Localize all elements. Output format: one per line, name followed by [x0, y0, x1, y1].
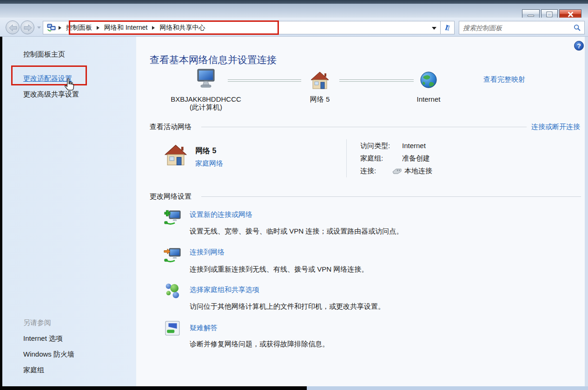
window-top-edge — [0, 0, 588, 4]
main-panel: ? 查看基本网络信息并设置连接 BXBJAKK8HDDHCCC (此计算机) 网… — [136, 37, 585, 386]
annotation-adapter-settings-highlight — [11, 65, 87, 85]
window-titlebar[interactable] — [0, 4, 588, 18]
this-computer-icon[interactable] — [195, 69, 217, 89]
desktop-edge-bottom — [0, 386, 307, 390]
sidebar-item-homegroup[interactable]: 家庭组 — [23, 366, 44, 375]
network-house-icon[interactable] — [310, 71, 330, 90]
forward-arrow-icon — [23, 24, 33, 32]
connect-to-network-icon[interactable] — [163, 245, 182, 264]
network-location-icon — [47, 24, 56, 32]
internet-map-label: Internet — [382, 95, 475, 103]
troubleshoot-icon[interactable] — [165, 321, 180, 336]
desktop-edge-left — [0, 37, 2, 390]
window-frame-bottom — [307, 386, 588, 390]
sidebar-item-control-panel-home[interactable]: 控制面板主页 — [23, 50, 65, 59]
sidebar-item-windows-firewall[interactable]: Windows 防火墙 — [23, 350, 74, 359]
back-button[interactable] — [6, 20, 20, 34]
network-map-label: 网络 5 — [273, 95, 366, 104]
detail-label-connections: 连接: — [360, 167, 376, 176]
ethernet-connection-icon — [392, 168, 402, 174]
connect-to-network-desc: 连接到或重新连接到无线、有线、拨号或 VPN 网络连接。 — [190, 265, 368, 274]
forward-button[interactable] — [20, 20, 34, 34]
homegroup-sharing-icon[interactable] — [164, 282, 182, 299]
close-icon — [567, 11, 574, 18]
annotation-breadcrumb-highlight — [69, 20, 279, 35]
hand-cursor-icon — [63, 78, 75, 92]
search-box[interactable] — [459, 21, 585, 34]
see-also-header: 另请参阅 — [23, 318, 51, 327]
computer-name-label: BXBJAKK8HDDHCCC (此计算机) — [159, 95, 252, 112]
troubleshoot-desc: 诊断并修复网络问题，或获得故障排除信息。 — [190, 340, 329, 349]
maximize-icon — [547, 12, 552, 17]
refresh-button[interactable] — [440, 21, 455, 34]
choose-homegroup-options-desc: 访问位于其他网络计算机上的文件和打印机，或更改共享设置。 — [190, 302, 385, 311]
search-input[interactable] — [463, 22, 565, 33]
active-network-house-icon[interactable] — [164, 144, 187, 166]
back-arrow-icon — [8, 24, 18, 32]
change-settings-header: 更改网络设置 — [150, 192, 192, 201]
setup-new-connection-link[interactable]: 设置新的连接或网络 — [190, 210, 252, 219]
search-icon — [574, 24, 581, 32]
recent-pages-chevron-icon[interactable] — [37, 26, 41, 29]
map-connector-line — [339, 79, 414, 82]
help-icon[interactable]: ? — [574, 41, 584, 51]
connect-to-network-link[interactable]: 连接到网络 — [190, 248, 225, 257]
choose-homegroup-options-link[interactable]: 选择家庭组和共享选项 — [190, 286, 259, 294]
refresh-icon — [442, 23, 453, 33]
minimize-icon — [528, 15, 534, 17]
detail-label-access-type: 访问类型: — [360, 142, 390, 150]
map-connector-line — [228, 79, 301, 82]
sidebar-item-internet-options[interactable]: Internet 选项 — [23, 334, 63, 343]
new-connection-icon[interactable] — [163, 208, 182, 226]
detail-value-access-type: Internet — [402, 142, 426, 150]
see-full-map-link[interactable]: 查看完整映射 — [483, 75, 525, 84]
homegroup-ready-link[interactable]: 准备创建 — [402, 154, 430, 163]
network-type-link[interactable]: 家庭网络 — [195, 159, 223, 168]
connect-disconnect-link[interactable]: 连接或断开连接 — [531, 123, 580, 131]
active-network-name: 网络 5 — [195, 146, 216, 156]
computer-name: BXBJAKK8HDDHCCC — [159, 95, 252, 103]
address-dropdown-icon[interactable] — [432, 27, 436, 30]
window-frame-right — [585, 37, 588, 386]
page-title: 查看基本网络信息并设置连接 — [150, 53, 277, 66]
section-divider — [201, 127, 527, 127]
mouse-cursor — [63, 78, 75, 94]
network-sharing-center-window: 控制面板 网络和 Internet 网络和共享中心 控制面板主页 更改适配器设置… — [0, 0, 588, 390]
active-network-divider — [346, 139, 347, 177]
section-divider — [201, 196, 581, 197]
local-connection-link[interactable]: 本地连接 — [404, 167, 432, 176]
internet-globe-icon[interactable] — [420, 71, 437, 89]
setup-new-connection-desc: 设置无线、宽带、拨号、临时或 VPN 连接；或设置路由器或访问点。 — [190, 227, 403, 236]
troubleshoot-link[interactable]: 疑难解答 — [190, 324, 218, 332]
computer-sub-label: (此计算机) — [159, 103, 252, 112]
breadcrumb-separator-icon — [59, 26, 61, 30]
detail-label-homegroup: 家庭组: — [360, 154, 383, 163]
active-networks-header: 查看活动网络 — [150, 123, 192, 131]
